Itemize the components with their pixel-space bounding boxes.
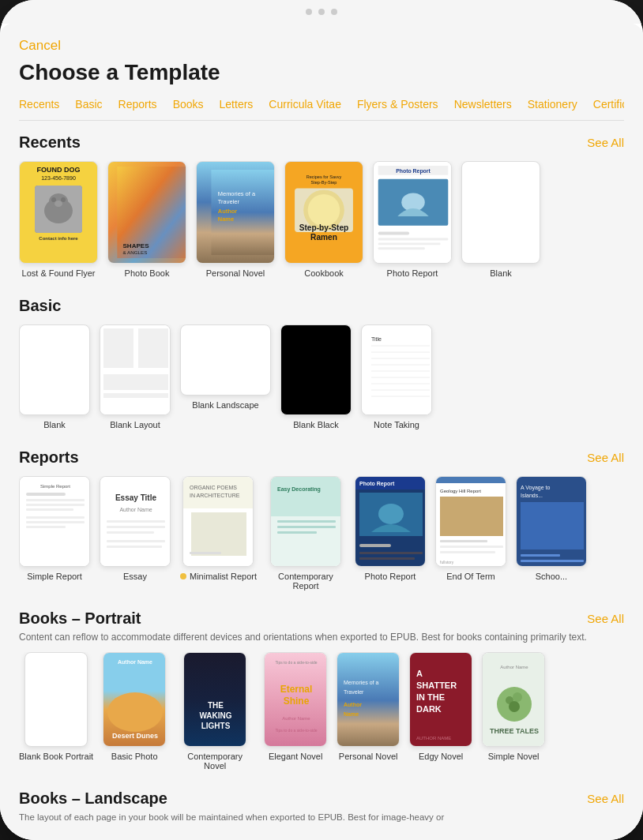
minimalist-report-label: Minimalist Report [180, 572, 257, 581]
simple-novel-label: Simple Novel [488, 752, 540, 761]
template-blank-landscape[interactable]: Blank Landscape [180, 324, 271, 429]
svg-point-99 [107, 692, 163, 732]
status-dot-2 [318, 9, 325, 15]
end-of-term-label: End Of Term [446, 572, 495, 581]
thumb-essay: Essay Title Author Name [100, 476, 171, 567]
reports-see-all[interactable]: See All [587, 451, 624, 464]
svg-text:Traveler: Traveler [218, 198, 240, 205]
tab-books[interactable]: Books [165, 95, 212, 114]
template-photo-book[interactable]: SHAPES & ANGLES Photo Book [107, 161, 186, 278]
template-blank-basic[interactable]: Blank [19, 324, 90, 429]
svg-text:THREE TALES: THREE TALES [490, 727, 539, 735]
books-landscape-section: Books – Landscape See All The layout of … [19, 789, 624, 823]
recents-see-all[interactable]: See All [587, 136, 624, 149]
tab-recents[interactable]: Recents [19, 95, 67, 114]
template-personal-novel-books[interactable]: Memories of a Traveler Author Name Perso… [337, 652, 400, 771]
svg-text:Author Name: Author Name [282, 716, 310, 721]
svg-text:Step-by-Step: Step-by-Step [299, 223, 349, 232]
template-essay[interactable]: Essay Title Author Name Essay [100, 476, 171, 591]
svg-text:Photo Report: Photo Report [396, 168, 431, 174]
svg-text:Author Name: Author Name [119, 507, 152, 512]
svg-point-4 [61, 197, 66, 202]
svg-text:SHATTER: SHATTER [416, 681, 457, 690]
books-landscape-subtitle: The layout of each page in your book wil… [19, 811, 624, 823]
scroll-content[interactable]: Recents See All FOUND DOG123-456-7890 C [0, 121, 643, 840]
svg-point-127 [513, 692, 522, 702]
svg-rect-53 [26, 516, 85, 519]
template-minimalist-report[interactable]: ORGANIC POEMS IN ARCHITECTURE Minimalist… [180, 476, 257, 591]
svg-rect-30 [378, 247, 425, 249]
template-blank-recent[interactable]: Blank [461, 161, 540, 278]
tab-basic[interactable]: Basic [67, 95, 110, 114]
svg-rect-32 [103, 328, 133, 368]
basic-title: Basic [19, 297, 61, 315]
basic-section: Basic Blank [19, 297, 624, 429]
tab-curricula[interactable]: Curricula Vitae [261, 95, 349, 114]
svg-text:Author: Author [344, 702, 362, 707]
template-edgy-novel[interactable]: A SHATTER IN THE DARK AUTHOR NAME Edgy N… [409, 652, 472, 771]
blank-recent-label: Blank [490, 268, 512, 278]
svg-rect-68 [191, 512, 246, 556]
template-elegant-novel[interactable]: Tips to do a side-to-side Eternal Shine … [264, 652, 327, 771]
modal-title: Choose a Template [19, 60, 624, 85]
template-photo-report-recent[interactable]: Photo Report Photo Re [373, 161, 452, 278]
photo-report-reports-label: Photo Report [365, 572, 416, 581]
thumb-personal-novel-books: Memories of a Traveler Author Name [337, 652, 400, 747]
template-basic-photo[interactable]: Author Name Desert Dunes Basic Photo [103, 652, 166, 771]
tab-certificates[interactable]: Certificates [585, 95, 624, 114]
books-landscape-see-all[interactable]: See All [587, 792, 624, 805]
photo-report-recent-label: Photo Report [387, 268, 438, 278]
svg-rect-62 [107, 540, 165, 542]
svg-text:Easy Decorating: Easy Decorating [277, 486, 321, 493]
thumb-blank-recent [461, 161, 540, 264]
template-personal-novel[interactable]: Memories of a Traveler Author Name Perso… [196, 161, 275, 278]
template-blank-book-portrait[interactable]: Blank Book Portrait [19, 652, 93, 771]
thumb-contemporary-novel: THE WAKING LIGHTS [183, 652, 246, 747]
tab-reports[interactable]: Reports [111, 95, 165, 114]
personal-novel-books-label: Personal Novel [339, 752, 398, 761]
tab-stationery[interactable]: Stationery [520, 95, 585, 114]
blank-black-label: Blank Black [293, 420, 338, 429]
tab-letters[interactable]: Letters [212, 95, 261, 114]
svg-rect-83 [359, 557, 415, 560]
template-contemporary-novel[interactable]: THE WAKING LIGHTS Contemporary Novel [175, 652, 254, 771]
svg-point-19 [308, 194, 340, 227]
thumb-cookbook: Recipes for Savvy Step-By-Step Step-by-S… [284, 161, 363, 264]
svg-rect-73 [277, 520, 336, 523]
template-simple-report[interactable]: Simple Report Simple [19, 476, 90, 591]
elegant-novel-label: Elegant Novel [269, 752, 323, 761]
svg-rect-102 [184, 653, 246, 747]
modal-header: Cancel Choose a Template Recents Basic R… [0, 24, 643, 121]
template-school[interactable]: A Voyage to Islands... Schoo... [516, 476, 587, 591]
recents-title: Recents [19, 133, 81, 152]
books-landscape-header: Books – Landscape See All [19, 789, 624, 808]
thumb-blank-landscape [180, 324, 271, 396]
template-end-of-term[interactable]: Geology Hill Report fullstory End Of Ter… [435, 476, 506, 591]
template-lost-found[interactable]: FOUND DOG123-456-7890 Contact info here … [19, 161, 98, 278]
template-blank-black[interactable]: Blank Black [280, 324, 352, 429]
template-note-taking[interactable]: Title [361, 324, 432, 429]
books-portrait-see-all[interactable]: See All [587, 612, 624, 625]
svg-text:Memories of a: Memories of a [344, 680, 378, 685]
svg-text:Geology Hill Report: Geology Hill Report [440, 489, 481, 493]
contemporary-report-label: Contemporary Report [266, 572, 345, 591]
template-photo-report-reports[interactable]: Photo Report Photo Report [355, 476, 426, 591]
svg-text:A: A [416, 669, 423, 678]
books-landscape-title: Books – Landscape [19, 789, 167, 808]
template-contemporary-report[interactable]: Easy Decorating Contemporary Report [266, 476, 345, 591]
svg-text:IN THE: IN THE [416, 692, 445, 702]
thumb-simple-report: Simple Report [19, 476, 90, 567]
template-simple-novel[interactable]: Author Name THREE TALES Simple Novel [482, 652, 545, 771]
template-cookbook[interactable]: Recipes for Savvy Step-By-Step Step-by-S… [284, 161, 363, 278]
tab-newsletters[interactable]: Newsletters [446, 95, 520, 114]
thumb-photo-report-reports: Photo Report [355, 476, 426, 567]
thumb-end-of-term: Geology Hill Report fullstory [435, 476, 506, 567]
cancel-button[interactable]: Cancel [19, 38, 61, 54]
tab-flyers[interactable]: Flyers & Posters [349, 95, 446, 114]
template-blank-layout[interactable]: Blank Layout [100, 324, 171, 429]
simple-report-label: Simple Report [27, 572, 82, 581]
svg-text:Author Name: Author Name [500, 665, 528, 669]
svg-text:Photo Report: Photo Report [359, 481, 395, 487]
thumb-contemporary-report: Easy Decorating [270, 476, 341, 567]
personal-novel-label: Personal Novel [206, 268, 265, 278]
